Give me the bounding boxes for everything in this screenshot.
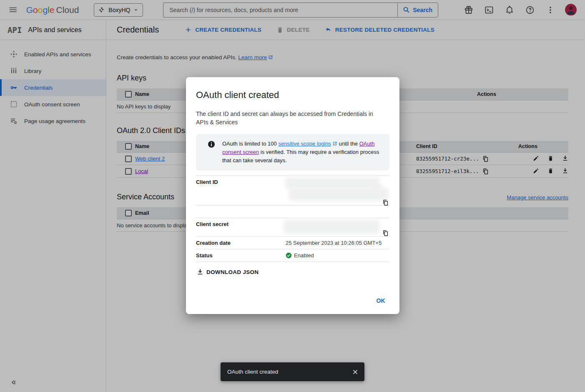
redaction-blur bbox=[284, 220, 379, 234]
copy-icon[interactable] bbox=[382, 199, 389, 206]
status-value: Enabled bbox=[286, 252, 389, 259]
status-text: Enabled bbox=[294, 252, 314, 259]
status-label: Status bbox=[196, 252, 286, 259]
ok-button[interactable]: OK bbox=[373, 294, 389, 307]
download-json-label: DOWNLOAD JSON bbox=[206, 269, 259, 275]
download-json-button[interactable]: DOWNLOAD JSON bbox=[197, 269, 259, 275]
creation-date-value: 25 September 2023 at 10:26:05 GMT+5 bbox=[286, 240, 389, 246]
spacer-row bbox=[196, 205, 389, 218]
dialog-description: The client ID and secret can always be a… bbox=[196, 110, 384, 126]
verification-notice: OAuth is limited to 100 sensitive scope … bbox=[196, 134, 389, 171]
oauth-client-created-dialog: OAuth client created The client ID and s… bbox=[186, 77, 399, 314]
toast-message: OAuth client created bbox=[227, 369, 352, 375]
check-circle-icon bbox=[286, 252, 292, 259]
sensitive-scope-logins-link[interactable]: sensitive scope logins bbox=[278, 141, 331, 147]
copy-icon[interactable] bbox=[382, 230, 389, 236]
dialog-fields: Client ID Client secret Creation date 25… bbox=[196, 176, 389, 262]
notice-text: OAuth is limited to 100 sensitive scope … bbox=[222, 140, 383, 165]
creation-date-label: Creation date bbox=[196, 240, 286, 246]
info-icon bbox=[208, 141, 215, 148]
notice-text-before: OAuth is limited to 100 bbox=[222, 141, 278, 147]
creation-date-row: Creation date 25 September 2023 at 10:26… bbox=[196, 236, 389, 249]
toast: OAuth client created bbox=[221, 362, 364, 381]
client-id-row: Client ID bbox=[196, 176, 389, 205]
download-icon bbox=[197, 269, 203, 275]
notice-text-mid: until the bbox=[337, 141, 359, 147]
client-secret-label: Client secret bbox=[196, 221, 286, 227]
redaction-blur bbox=[371, 185, 382, 191]
client-secret-row: Client secret bbox=[196, 218, 389, 236]
close-icon[interactable] bbox=[352, 369, 359, 375]
dialog-title: OAuth client created bbox=[196, 90, 389, 101]
client-secret-value-redacted bbox=[286, 221, 389, 235]
client-id-value-redacted bbox=[286, 179, 389, 204]
external-link-icon bbox=[332, 141, 337, 146]
status-row: Status Enabled bbox=[196, 249, 389, 262]
client-id-label: Client ID bbox=[196, 179, 286, 185]
redaction-blur bbox=[286, 177, 379, 189]
